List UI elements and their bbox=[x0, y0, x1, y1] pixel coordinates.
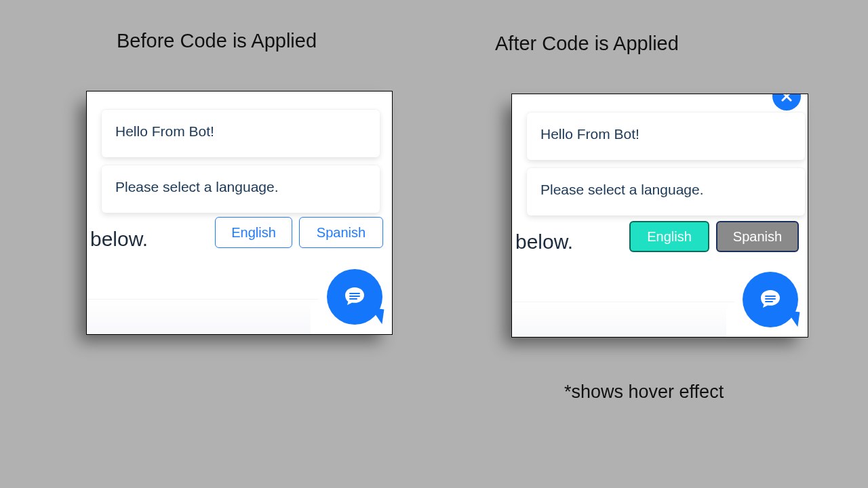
panel-before: Hello From Bot! Please select a language… bbox=[86, 91, 393, 335]
chat-icon bbox=[757, 287, 783, 312]
bot-message: Hello From Bot! bbox=[527, 113, 805, 160]
spanish-button[interactable]: Spanish bbox=[716, 221, 799, 252]
chat-icon bbox=[342, 284, 368, 310]
bot-message: Hello From Bot! bbox=[102, 110, 380, 157]
language-button-row: English Spanish bbox=[215, 217, 383, 248]
truncated-text: below. bbox=[90, 228, 148, 251]
bot-message-text: Please select a language. bbox=[540, 182, 704, 197]
chat-launcher-button[interactable] bbox=[743, 272, 798, 327]
close-icon bbox=[780, 94, 793, 103]
bot-message: Please select a language. bbox=[102, 165, 380, 213]
close-button[interactable] bbox=[772, 94, 801, 110]
bot-message-text: Hello From Bot! bbox=[115, 123, 214, 139]
panel-after: Hello From Bot! Please select a language… bbox=[511, 94, 808, 338]
bot-message-text: Please select a language. bbox=[115, 179, 279, 195]
truncated-text: below. bbox=[515, 230, 573, 253]
english-button[interactable]: English bbox=[629, 221, 709, 252]
heading-before: Before Code is Applied bbox=[117, 30, 317, 52]
caption-hover-note: *shows hover effect bbox=[564, 382, 724, 403]
bot-message-text: Hello From Bot! bbox=[540, 126, 639, 142]
english-button[interactable]: English bbox=[215, 217, 292, 248]
language-button-row: English Spanish bbox=[629, 221, 799, 252]
heading-after: After Code is Applied bbox=[495, 33, 679, 55]
bot-message: Please select a language. bbox=[527, 168, 805, 216]
chat-launcher-button[interactable] bbox=[327, 269, 382, 325]
spanish-button[interactable]: Spanish bbox=[299, 217, 383, 248]
